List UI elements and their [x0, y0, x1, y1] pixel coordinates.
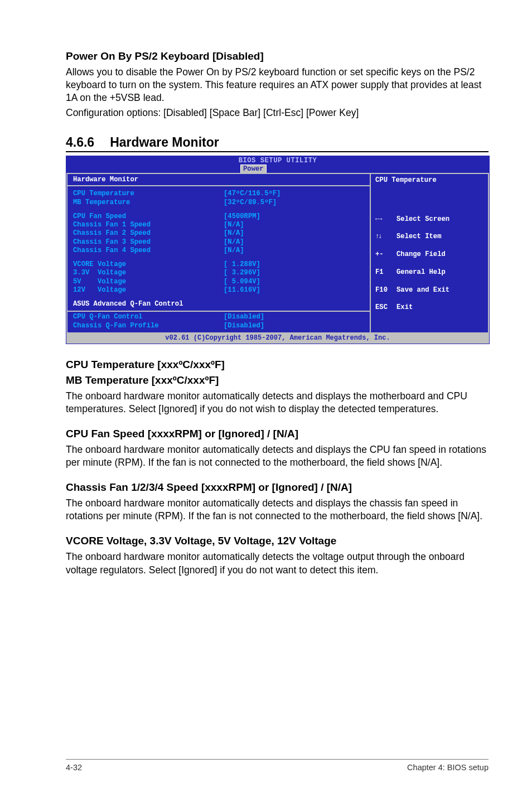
bios-field-value: [ 3.296V] [224, 269, 260, 277]
bios-footer: v02.61 (C)Copyright 1985-2007, American … [66, 334, 489, 344]
bios-tab-power: Power [240, 165, 267, 173]
bios-field-label: Chassis Fan 1 Speed [73, 221, 224, 229]
bios-field-label: 3.3V Voltage [73, 269, 224, 277]
legend-key: +- [375, 250, 396, 259]
section-heading: MB Temperature [xxxºC/xxxºF] [66, 374, 489, 386]
bios-field-value: [47ºC/116.5ºF] [224, 190, 280, 198]
bios-field-label: VCORE Voltage [73, 260, 224, 269]
legend-key: F1 [375, 268, 396, 277]
legend-text: Select Item [396, 233, 441, 240]
bios-field-label: 5V Voltage [73, 278, 224, 286]
bios-field-value: [Disabled] [224, 322, 264, 330]
bios-field-value: [Disabled] [224, 313, 264, 321]
bios-field-label: CPU Temperature [73, 190, 224, 198]
legend-key: ←→ [375, 215, 396, 224]
bios-field-value: [ 5.094V] [224, 278, 260, 286]
section-title-row: 4.6.6 Hardware Monitor [66, 135, 489, 152]
bios-title: BIOS SETUP UTILITY [239, 157, 317, 165]
body-text: The onboard hardware monitor automatical… [66, 550, 489, 576]
body-text: The onboard hardware monitor automatical… [66, 497, 489, 523]
bios-field-value: [N/A] [224, 238, 244, 247]
bios-field-value: [32ºC/89.5ºF] [224, 199, 277, 207]
bios-field-label: ASUS Advanced Q-Fan Control [73, 300, 183, 308]
bios-field-value: [ 1.288V] [224, 260, 260, 269]
body-text: The onboard hardware monitor automatical… [66, 390, 489, 416]
legend-text: Change Field [396, 250, 446, 258]
section-title: Hardware Monitor [110, 135, 219, 150]
body-text: The onboard hardware monitor automatical… [66, 443, 489, 469]
legend-text: Exit [396, 303, 413, 311]
bios-field-value: [4500RPM] [224, 212, 260, 221]
body-text: Configuration options: [Disabled] [Space… [66, 107, 489, 119]
bios-panel-header: Hardware Monitor [67, 174, 370, 186]
bios-screenshot: BIOS SETUP UTILITY Power Hardware Monito… [66, 156, 490, 344]
page-footer: 4-32 Chapter 4: BIOS setup [66, 759, 489, 772]
bios-field-label: MB Temperature [73, 199, 224, 207]
bios-left-panel: Hardware Monitor CPU Temperature[47ºC/11… [66, 174, 371, 334]
section-heading: VCORE Voltage, 3.3V Voltage, 5V Voltage,… [66, 535, 489, 547]
chapter-label: Chapter 4: BIOS setup [407, 763, 489, 772]
section-heading: CPU Temperature [xxxºC/xxxºF] [66, 359, 489, 371]
bios-field-value: [11.616V] [224, 286, 260, 294]
bios-field-value: [N/A] [224, 229, 244, 238]
bios-titlebar: BIOS SETUP UTILITY Power [66, 156, 489, 173]
body-text: Allows you to disable the Power On by PS… [66, 66, 489, 104]
bios-field-value: [N/A] [224, 221, 244, 229]
bios-field-value: [N/A] [224, 247, 244, 255]
section-heading: Chassis Fan 1/2/3/4 Speed [xxxxRPM] or [… [66, 481, 489, 494]
legend-key: F10 [375, 286, 396, 295]
bios-field-label: Chassis Fan 2 Speed [73, 229, 224, 238]
bios-field-label: CPU Fan Speed [73, 212, 224, 221]
bios-field-label: CPU Q-Fan Control [73, 313, 224, 321]
legend-key: ↑↓ [375, 233, 396, 241]
section-heading: CPU Fan Speed [xxxxRPM] or [Ignored] / [… [66, 428, 489, 440]
bios-legend: ←→Select Screen ↑↓Select Item +-Change F… [375, 206, 483, 330]
legend-key: ESC [375, 303, 396, 312]
bios-help-title: CPU Temperature [375, 176, 483, 184]
section-heading: Power On By PS/2 Keyboard [Disabled] [66, 50, 489, 62]
bios-field-label: 12V Voltage [73, 286, 224, 294]
legend-text: Select Screen [396, 215, 449, 223]
bios-field-label: Chassis Q-Fan Profile [73, 322, 224, 330]
page-number: 4-32 [66, 763, 82, 772]
section-number: 4.6.6 [66, 135, 94, 150]
legend-text: General Help [396, 268, 446, 276]
bios-field-label: Chassis Fan 4 Speed [73, 247, 224, 255]
legend-text: Save and Exit [396, 286, 449, 294]
bios-field-label: Chassis Fan 3 Speed [73, 238, 224, 247]
bios-help-panel: CPU Temperature ←→Select Screen ↑↓Select… [371, 174, 489, 334]
